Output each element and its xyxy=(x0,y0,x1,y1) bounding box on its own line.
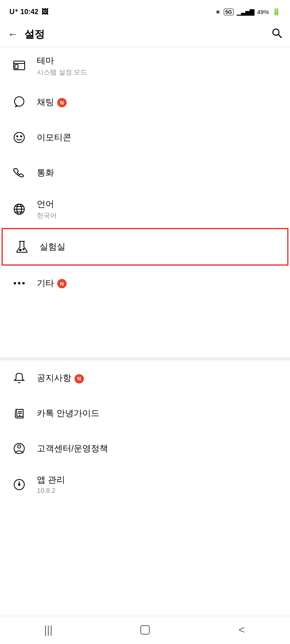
call-label: 통화 xyxy=(37,167,54,179)
settings-section-1: 테마 시스템 설정 모드 채팅N 이모티콘 xyxy=(0,47,290,357)
section-divider xyxy=(0,357,290,360)
app-manage-version: 10.8.2 xyxy=(37,487,65,495)
settings-item-call[interactable]: 통화 xyxy=(0,155,290,190)
carrier-text: U⁺ 10:42 xyxy=(9,7,38,16)
bluetooth-icon: ∗ xyxy=(215,8,221,16)
network-icon: 5G xyxy=(224,9,234,15)
app-manage-label: 앱 관리 xyxy=(37,474,65,486)
bottom-nav: ||| < xyxy=(0,616,290,644)
language-icon xyxy=(9,199,29,219)
language-sublabel: 한국어 xyxy=(37,211,57,220)
svg-point-5 xyxy=(14,97,24,106)
settings-item-guide[interactable]: 카톡 안녕가이드 xyxy=(0,396,290,431)
gallery-icon: 🖼 xyxy=(42,8,49,16)
guide-icon xyxy=(9,403,29,423)
recent-apps-button[interactable]: ||| xyxy=(36,620,60,639)
app-manage-icon xyxy=(9,475,29,494)
page-title: 설정 xyxy=(24,27,271,41)
svg-point-27 xyxy=(18,484,20,485)
chat-label: 채팅N xyxy=(37,96,67,108)
chat-icon xyxy=(9,92,29,112)
theme-label: 테마 xyxy=(37,55,87,67)
lab-icon xyxy=(12,237,32,257)
svg-rect-4 xyxy=(15,65,18,69)
emoticon-label: 이모티콘 xyxy=(37,132,71,143)
emoticon-icon xyxy=(9,128,29,147)
svg-point-18 xyxy=(18,282,20,284)
notice-label: 공지사항N xyxy=(37,372,84,384)
svg-point-7 xyxy=(17,136,18,137)
battery-text: 49% xyxy=(257,9,269,15)
back-button[interactable]: ← xyxy=(8,28,18,40)
lab-label: 실험실 xyxy=(40,241,65,253)
theme-sublabel: 시스템 설정 모드 xyxy=(37,68,87,77)
svg-point-8 xyxy=(21,136,22,137)
home-button[interactable] xyxy=(133,620,157,639)
svg-point-24 xyxy=(18,445,21,448)
guide-label: 카톡 안녕가이드 xyxy=(37,407,100,419)
back-nav-button[interactable]: < xyxy=(230,620,254,639)
search-button[interactable] xyxy=(271,27,282,41)
settings-item-support[interactable]: 고객센터/운영정책 xyxy=(0,431,290,466)
svg-rect-28 xyxy=(141,626,149,634)
settings-item-app-manage[interactable]: 앱 관리 10.8.2 xyxy=(0,466,290,503)
support-label: 고객센터/운영정책 xyxy=(37,443,108,454)
svg-point-15 xyxy=(20,249,21,251)
battery-icon: 🔋 xyxy=(272,7,281,16)
chat-badge: N xyxy=(57,98,67,107)
etc-badge: N xyxy=(57,279,67,288)
notice-badge: N xyxy=(74,374,84,384)
theme-icon xyxy=(9,56,29,76)
settings-item-theme[interactable]: 테마 시스템 설정 모드 xyxy=(0,47,290,85)
settings-section-2: 공지사항N 카톡 안녕가이드 고객센터/운 xyxy=(0,360,290,559)
settings-item-chat[interactable]: 채팅N xyxy=(0,85,290,120)
support-icon xyxy=(9,439,29,458)
status-right: ∗ 5G ▁▃▅▇ 49% 🔋 xyxy=(215,7,281,16)
call-icon xyxy=(9,163,29,183)
status-bar: U⁺ 10:42 🖼 ∗ 5G ▁▃▅▇ 49% 🔋 xyxy=(0,0,290,22)
settings-item-language[interactable]: 언어 한국어 xyxy=(0,190,290,228)
notice-icon xyxy=(9,368,29,388)
settings-item-notice[interactable]: 공지사항N xyxy=(0,360,290,396)
settings-item-etc[interactable]: 기타N xyxy=(0,266,290,301)
settings-item-lab[interactable]: 실험실 xyxy=(2,228,288,266)
svg-point-19 xyxy=(22,282,25,284)
svg-point-17 xyxy=(14,282,16,284)
signal-icon: ▁▃▅▇ xyxy=(237,8,254,16)
svg-line-1 xyxy=(278,34,281,38)
etc-icon xyxy=(9,273,29,293)
top-bar: ← 설정 xyxy=(0,22,290,47)
language-label: 언어 xyxy=(37,198,57,210)
settings-item-emoticon[interactable]: 이모티콘 xyxy=(0,120,290,155)
status-left: U⁺ 10:42 🖼 xyxy=(9,7,49,16)
svg-point-6 xyxy=(14,132,24,143)
etc-label: 기타N xyxy=(37,277,67,289)
svg-point-16 xyxy=(23,249,24,250)
